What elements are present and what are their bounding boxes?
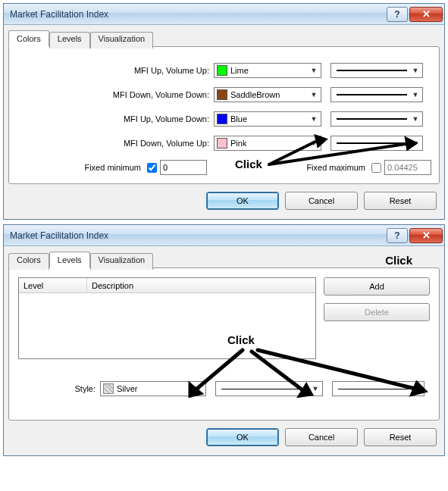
tabpanel-colors: MFI Up, Volume Up: Lime ▼ ▼ MFI Down, Vo…	[8, 46, 440, 184]
fixed-min-checkbox[interactable]	[147, 163, 157, 173]
close-icon: ✕	[422, 230, 431, 240]
tabstrip: Colors Levels Visualization	[8, 30, 440, 47]
add-button[interactable]: Add	[324, 277, 430, 296]
close-button[interactable]: ✕	[409, 7, 443, 22]
style-row: Style: Silver ▼ ▼ ▼	[18, 380, 430, 397]
chevron-down-icon: ▼	[309, 91, 319, 99]
cancel-button[interactable]: Cancel	[285, 192, 358, 210]
style-label: Style:	[18, 384, 100, 393]
tab-colors[interactable]: Colors	[8, 253, 49, 270]
line-sample-icon	[337, 142, 407, 144]
style-color-name: Silver	[117, 384, 193, 393]
chevron-down-icon: ▼	[410, 115, 421, 123]
mfi-dialog-levels: Market Facilitation Index ? ✕ Colors Lev…	[3, 224, 445, 456]
color-name: Pink	[230, 139, 309, 148]
titlebar-buttons: ? ✕	[387, 7, 444, 22]
tab-levels[interactable]: Levels	[49, 252, 90, 268]
cancel-button[interactable]: Cancel	[285, 428, 358, 446]
levels-listview[interactable]: Level Description	[18, 277, 316, 359]
style-linestyle-combo[interactable]: ▼	[215, 381, 323, 396]
chevron-down-icon: ▼	[310, 385, 321, 392]
linewidth-combo[interactable]: ▼	[331, 63, 423, 78]
help-icon: ?	[394, 230, 399, 241]
titlebar[interactable]: Market Facilitation Index ? ✕	[4, 4, 444, 25]
color-name: SaddleBrown	[230, 90, 309, 99]
fixed-max-label: Fixed maximum	[306, 163, 365, 172]
row-label: MFI Up, Volume Up:	[17, 66, 214, 75]
color-swatch-icon	[217, 65, 227, 76]
tab-visualization[interactable]: Visualization	[90, 253, 154, 270]
chevron-down-icon: ▼	[410, 91, 421, 99]
color-swatch-icon	[217, 89, 227, 100]
tab-levels[interactable]: Levels	[49, 32, 90, 48]
help-button[interactable]: ?	[387, 7, 408, 22]
linewidth-combo[interactable]: ▼	[331, 136, 423, 151]
fixed-row: Fixed minimum Fixed maximum	[17, 159, 431, 176]
window-title: Market Facilitation Index	[10, 9, 387, 20]
column-level[interactable]: Level	[19, 278, 87, 292]
linewidth-combo[interactable]: ▼	[331, 111, 423, 127]
line-sample-icon	[221, 389, 307, 389]
chevron-down-icon: ▼	[412, 385, 422, 392]
color-row-2: MFI Up, Volume Down: Blue ▼ ▼	[17, 111, 431, 127]
row-label: MFI Up, Volume Down:	[17, 114, 214, 124]
style-color-combo[interactable]: Silver ▼	[100, 381, 206, 396]
levels-body: Level Description Add Delete	[18, 277, 430, 359]
chevron-down-icon: ▼	[309, 115, 319, 123]
color-swatch-icon	[217, 138, 227, 149]
color-swatch-icon	[103, 383, 114, 394]
fixed-min-input[interactable]	[160, 160, 207, 175]
style-linewidth-combo[interactable]: ▼	[332, 381, 425, 396]
color-name: Lime	[230, 66, 309, 75]
line-sample-icon	[337, 94, 407, 95]
tab-visualization[interactable]: Visualization	[90, 32, 154, 48]
chevron-down-icon: ▼	[309, 139, 319, 147]
color-combo[interactable]: Lime ▼	[214, 63, 321, 78]
titlebar-buttons: ? ✕	[387, 228, 444, 243]
button-row: OK Cancel Reset	[8, 421, 440, 454]
line-sample-icon	[337, 118, 407, 120]
titlebar[interactable]: Market Facilitation Index ? ✕	[4, 225, 444, 246]
chevron-down-icon: ▼	[410, 67, 421, 74]
reset-button[interactable]: Reset	[364, 192, 437, 210]
tab-colors[interactable]: Colors	[8, 30, 49, 47]
window-title: Market Facilitation Index	[10, 230, 387, 241]
color-name: Blue	[230, 114, 309, 124]
close-icon: ✕	[422, 9, 431, 19]
mfi-dialog-colors: Market Facilitation Index ? ✕ Colors Lev…	[3, 3, 445, 220]
help-icon: ?	[394, 9, 399, 20]
fixed-max-input[interactable]	[384, 160, 431, 175]
color-swatch-icon	[217, 114, 227, 124]
chevron-down-icon: ▼	[410, 139, 421, 147]
chevron-down-icon: ▼	[193, 385, 204, 392]
close-button[interactable]: ✕	[409, 228, 443, 243]
row-label: MFI Down, Volume Down:	[17, 90, 214, 99]
row-label: MFI Down, Volume Up:	[17, 139, 214, 148]
ok-button[interactable]: OK	[206, 192, 279, 210]
fixed-min-label: Fixed minimum	[84, 163, 141, 172]
linewidth-combo[interactable]: ▼	[331, 87, 423, 102]
tabstrip: Colors Levels Visualization	[8, 252, 440, 268]
column-description[interactable]: Description	[87, 278, 315, 292]
color-combo[interactable]: Pink ▼	[214, 136, 321, 151]
listview-header: Level Description	[19, 278, 315, 293]
color-row-0: MFI Up, Volume Up: Lime ▼ ▼	[17, 62, 431, 79]
line-sample-icon	[338, 389, 409, 389]
color-row-3: MFI Down, Volume Up: Pink ▼ ▼	[17, 135, 431, 152]
chevron-down-icon: ▼	[309, 67, 319, 74]
color-combo[interactable]: Blue ▼	[214, 111, 321, 127]
ok-button[interactable]: OK	[206, 428, 279, 446]
help-button[interactable]: ?	[387, 228, 408, 243]
line-sample-icon	[337, 70, 407, 71]
color-combo[interactable]: SaddleBrown ▼	[214, 87, 321, 102]
reset-button[interactable]: Reset	[364, 428, 437, 446]
side-buttons: Add Delete	[324, 277, 430, 359]
color-row-1: MFI Down, Volume Down: SaddleBrown ▼ ▼	[17, 86, 431, 103]
tabpanel-levels: Level Description Add Delete Style: Silv…	[8, 267, 440, 421]
fixed-max-checkbox[interactable]	[371, 163, 381, 173]
button-row: OK Cancel Reset	[8, 184, 440, 217]
delete-button[interactable]: Delete	[324, 303, 430, 321]
